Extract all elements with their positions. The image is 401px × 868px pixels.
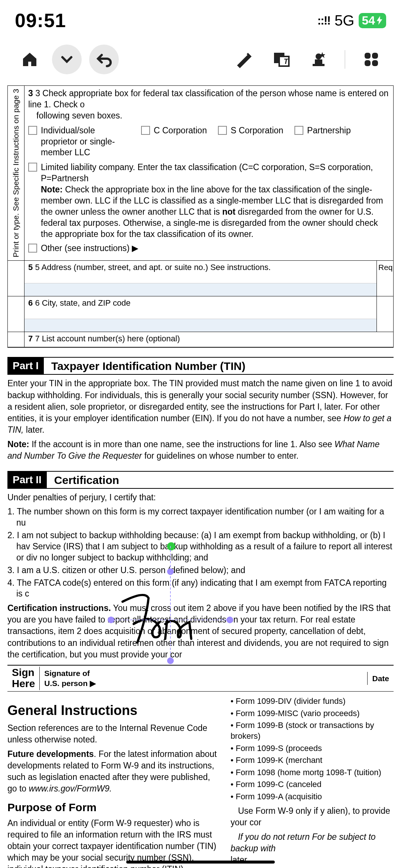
bullet-1099c: • Form 1099-C (canceled (231, 779, 394, 790)
signature-label: Signature of U.S. person ▶ (39, 667, 100, 690)
cert-intro: Under penalties of perjury, I certify th… (7, 492, 394, 503)
checkbox-label: S Corporation (231, 125, 283, 136)
future-bold: Future developments (7, 749, 94, 759)
bullet-1099k: • Form 1099-K (merchant (231, 755, 394, 766)
bullet-1099div: • Form 1099-DIV (divider funds) (231, 696, 394, 707)
checkbox-label: C Corporation (154, 125, 207, 136)
line5-text: 5 Address (number, street, and apt. or s… (35, 263, 271, 272)
checkbox-other[interactable]: Other (see instructions) ▶ (28, 243, 389, 254)
part1-header: Part I Taxpayer Identification Number (T… (7, 357, 394, 375)
svg-rect-7 (372, 53, 378, 59)
account-row: 7 7 List account number(s) here (optiona… (7, 332, 394, 348)
cert-item-4: 4. The FATCA code(s) entered on this for… (7, 578, 394, 600)
text-tool[interactable]: T (267, 45, 296, 74)
checkbox-icon[interactable] (28, 244, 37, 253)
network-label: 5G (335, 12, 354, 29)
part2-badge: Part II (7, 472, 47, 488)
toolbar-divider (345, 50, 345, 69)
line6-text: 6 City, state, and ZIP code (35, 298, 130, 308)
checkbox-icon[interactable] (28, 163, 37, 172)
sign-text2: Here (12, 678, 35, 690)
cert-item-1: 1. The number shown on this form is my c… (7, 506, 394, 529)
part1-note: Note: If the account is in more than one… (7, 439, 394, 462)
checkbox-icon[interactable] (28, 126, 37, 135)
checkbox-label: Limited liability company. Enter the tax… (41, 162, 389, 184)
line3-text2: following seven boxes. (28, 110, 389, 121)
line7-text: 7 List account number(s) here (optional) (35, 334, 180, 343)
checkbox-label: Individual/sole proprietor or single-mem… (41, 125, 130, 159)
sig-label2: U.S. person ▶ (44, 678, 96, 688)
future-dev: Future developments. For the latest info… (7, 748, 219, 794)
sidebar-instructions: Print or type. See Specific Instructions… (8, 86, 25, 260)
checkbox-individual[interactable]: Individual/sole proprietor or single-mem… (28, 125, 130, 159)
home-button[interactable] (15, 45, 45, 74)
checkbox-ccorp[interactable]: C Corporation (141, 125, 207, 136)
checkbox-llc[interactable]: Limited liability company. Enter the tax… (28, 162, 389, 240)
highlighter-tool[interactable] (229, 45, 259, 74)
cert-bold: Certification instructions. (7, 603, 111, 613)
address-input[interactable] (25, 283, 376, 296)
note-bold: Note: (41, 185, 63, 194)
bullet-1099misc: • Form 1099-MISC (vario proceeds) (231, 708, 394, 719)
svg-rect-6 (365, 53, 371, 59)
part2-header: Part II Certification (7, 471, 394, 489)
toolbar: T (0, 37, 401, 85)
part1-badge: Part I (7, 358, 44, 374)
checkbox-partnership[interactable]: Partnership (294, 125, 351, 136)
note-end: for guidelines on whose number to enter. (142, 451, 299, 461)
cert-item-2: 2. I am not subject to backup withholdin… (7, 530, 394, 563)
svg-rect-9 (372, 60, 378, 66)
home-indicator[interactable] (126, 861, 275, 864)
classification-section: Print or type. See Specific Instructions… (7, 85, 394, 261)
cert-item-3: 3. I am a U.S. citizen or other U.S. per… (7, 565, 394, 576)
checkbox-scorp[interactable]: S Corporation (218, 125, 283, 136)
line6-label: 6 6 City, state, and ZIP code (28, 298, 373, 309)
checkbox-label: Other (see instructions) ▶ (41, 243, 138, 254)
bullet-1099a: • Form 1099-A (acquisitio (231, 791, 394, 802)
city-input[interactable] (25, 319, 376, 332)
document-body[interactable]: Print or type. See Specific Instructions… (0, 85, 401, 868)
apps-button[interactable] (356, 45, 386, 74)
battery-indicator: 54 (359, 13, 386, 28)
future-url: www.irs.gov/FormW9. (29, 784, 112, 793)
cert-list: 1. The number shown on this form is my c… (7, 506, 394, 599)
date-label: Date (367, 672, 394, 685)
purpose-title: Purpose of Form (7, 800, 219, 815)
sidebar-text: Print or type. See Specific Instructions… (11, 86, 21, 260)
svg-text:T: T (284, 57, 289, 65)
part1-title: Taxpayer Identification Number (TIN) (51, 359, 245, 373)
city-row: 6 6 City, state, and ZIP code (7, 296, 394, 332)
note-bold: Note: (7, 439, 29, 449)
battery-percent: 54 (362, 14, 375, 27)
p1-end: later. (23, 425, 44, 435)
checkbox-label: Partnership (307, 125, 351, 136)
llc-note: Note: Check the appropriate box in the l… (41, 184, 389, 240)
line3-intro: 3 3 Check appropriate box for federal ta… (28, 88, 389, 110)
svg-rect-5 (313, 64, 325, 66)
checkbox-icon[interactable] (218, 126, 227, 135)
status-right: ::!! 5G 54 (317, 12, 386, 29)
sig-label1: Signature of (44, 668, 96, 678)
checkbox-icon[interactable] (141, 126, 150, 135)
dropdown-button[interactable] (52, 45, 82, 74)
part1-text: Enter your TIN in the appropriate box. T… (7, 378, 394, 435)
stamp-tool[interactable] (304, 45, 333, 74)
p1-text: Enter your TIN in the appropriate box. T… (7, 378, 392, 423)
signal-icon: ::!! (317, 14, 330, 27)
general-instructions-title: General Instructions (7, 702, 219, 719)
instructions-columns: General Instructions Section references … (7, 695, 394, 868)
sign-text1: Sign (12, 667, 35, 679)
status-time: 09:51 (15, 9, 66, 32)
line7-label: 7 7 List account number(s) here (optiona… (28, 334, 389, 344)
bullet-1099b: • Form 1099-B (stock or transactions by … (231, 720, 394, 741)
undo-button[interactable] (89, 45, 119, 74)
signature-row: Sign Here Signature of U.S. person ▶ Dat… (7, 665, 394, 692)
requesters-label: Req (376, 261, 393, 296)
status-bar: 09:51 ::!! 5G 54 (0, 0, 401, 37)
ifnot-italic: If you do not return For be subject to b… (231, 831, 394, 854)
bullet-1098: • Form 1098 (home mortg 1098-T (tuition) (231, 767, 394, 778)
checkbox-icon[interactable] (294, 126, 303, 135)
sign-here-label: Sign Here (7, 666, 39, 692)
svg-rect-8 (365, 60, 371, 66)
note-text: If the account is in more than one name,… (29, 439, 335, 449)
